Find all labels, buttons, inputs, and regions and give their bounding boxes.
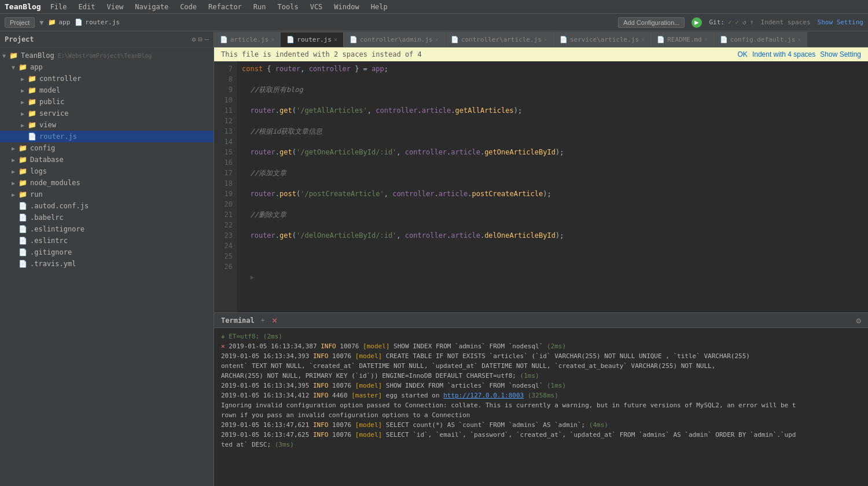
tab-close-controller-article[interactable]: × (544, 36, 547, 43)
tree-label-model: model (39, 86, 60, 94)
tree-item-config[interactable]: ▶ 📁 config (0, 142, 214, 154)
tree-label-logs: logs (30, 167, 47, 175)
add-config-button[interactable]: Add Configuration... (618, 17, 685, 28)
info-ok-button[interactable]: OK (738, 50, 748, 58)
menu-view[interactable]: View (104, 2, 126, 12)
menu-window[interactable]: Window (332, 2, 361, 12)
terminal-title: Terminal (221, 316, 255, 325)
tab-readme[interactable]: 📄 README.md × (651, 32, 714, 47)
tree-item-logs[interactable]: ▶ 📁 logs (0, 165, 214, 177)
tree-item-router-js[interactable]: 📄 router.js (0, 131, 214, 142)
tree-item-gitignore[interactable]: 📄 .gitignore (0, 246, 214, 258)
tree-label-controller: controller (39, 75, 81, 83)
folder-label: app (58, 19, 70, 26)
term-link-url[interactable]: http://127.0.0.1:8003 (443, 392, 524, 399)
run-button[interactable]: ▶ (692, 17, 702, 28)
menu-file[interactable]: File (48, 2, 69, 12)
folder-icon-node-modules: 📁 (19, 179, 28, 187)
tree-item-eslintrc[interactable]: 📄 .eslintrc (0, 235, 214, 246)
tree-item-database[interactable]: ▶ 📁 Database (0, 154, 214, 165)
app-title: TeanBlog (5, 2, 41, 11)
info-show-setting-button[interactable]: Show Setting (820, 50, 861, 58)
term-line-11: ted at` DESC; (3ms) (221, 440, 861, 450)
tree-item-view[interactable]: ▶ 📁 view (0, 119, 214, 131)
code-editor[interactable]: 7 8 9 10 11 12 13 14 15 16 17 18 19 20 2… (214, 61, 868, 312)
tab-close-router[interactable]: × (334, 36, 337, 43)
sidebar: Project ⚙ ⊟ — ▼ 📁 TeanBlog E:\WebstromPr… (0, 31, 214, 486)
show-setting-label[interactable]: Show Setting (818, 19, 863, 26)
git-push[interactable]: ↑ (750, 19, 754, 26)
info-indent-button[interactable]: Indent with 4 spaces (752, 50, 815, 58)
tab-close-admin[interactable]: × (435, 36, 439, 43)
code-content[interactable]: const { router, controller } = app; //获取… (237, 61, 868, 312)
tab-config-default[interactable]: 📄 config.default.js × (714, 32, 808, 47)
term-line-2: 2019-01-05 16:13:34,393 INFO 10076 [mode… (221, 351, 861, 361)
tree-item-app[interactable]: ▼ 📁 app (0, 61, 214, 73)
tree-item-teanblog[interactable]: ▼ 📁 TeanBlog E:\WebstromProject\TeanBlog (0, 50, 214, 61)
tab-article[interactable]: 📄 article.js × (214, 32, 281, 47)
menu-navigate[interactable]: Navigate (133, 2, 171, 12)
tab-label-config-default: config.default.js (730, 36, 796, 43)
term-line-7: Ignoring invalid configuration option pa… (221, 400, 861, 410)
sidebar-collapse-icon[interactable]: ⊟ (198, 35, 203, 43)
menubar: TeanBlog File Edit View Navigate Code Re… (0, 0, 868, 14)
file-icon-router: 📄 (28, 132, 37, 141)
project-button[interactable]: Project (5, 17, 35, 28)
tree-arrow-teanblog: ▼ (2, 53, 9, 59)
tree-label-eslintignore: .eslintignore (30, 225, 84, 233)
tab-close-article[interactable]: × (271, 36, 274, 43)
tree-label-eslintrc: .eslintrc (30, 237, 68, 245)
tab-admin[interactable]: 📄 controller\admin.js × (344, 32, 445, 47)
info-bar-message: This file is indented with 2 spaces inst… (221, 50, 733, 58)
tree-item-travis[interactable]: 📄 .travis.yml (0, 258, 214, 270)
file-tree: ▼ 📁 TeanBlog E:\WebstromProject\TeanBlog… (0, 47, 214, 486)
file-icon-autod: 📄 (19, 202, 28, 210)
folder-icon-teanblog: 📁 (9, 51, 19, 60)
sidebar-close-icon[interactable]: — (205, 35, 209, 43)
tree-label-app: app (30, 63, 43, 71)
tree-label-router-js: router.js (39, 132, 77, 141)
tree-item-babelrc[interactable]: 📄 .babelrc (0, 212, 214, 223)
terminal-content[interactable]: + ET=utf8; (2ms) × 2019-01-05 16:13:34,3… (214, 328, 868, 486)
tab-icon-admin: 📄 (350, 36, 358, 43)
file-icon-travis: 📄 (19, 260, 28, 268)
menu-run[interactable]: Run (251, 2, 269, 12)
tab-controller-article[interactable]: 📄 controller\article.js × (445, 32, 554, 47)
tab-icon-article: 📄 (220, 36, 228, 43)
tab-label-service-article: service\article.js (570, 36, 639, 43)
menu-vcs[interactable]: VCS (308, 2, 325, 12)
menu-code[interactable]: Code (178, 2, 199, 12)
sidebar-settings-icon[interactable]: ⚙ (192, 35, 196, 43)
file-icon-eslintrc: 📄 (19, 237, 28, 245)
tree-item-autod[interactable]: 📄 .autod.conf.js (0, 200, 214, 212)
terminal-settings-icon[interactable]: ⚙ (856, 316, 861, 325)
tree-item-node-modules[interactable]: ▶ 📁 node_modules (0, 177, 214, 189)
tree-item-service[interactable]: ▶ 📁 service (0, 108, 214, 119)
terminal-add-icon[interactable]: ＋ (259, 315, 266, 325)
menu-refactor[interactable]: Refactor (206, 2, 244, 12)
tree-item-model[interactable]: ▶ 📁 model (0, 84, 214, 96)
tab-router[interactable]: 📄 router.js × (281, 32, 344, 47)
file-icon-eslintignore: 📄 (19, 225, 28, 233)
tab-icon-readme: 📄 (657, 36, 665, 43)
tree-item-public[interactable]: ▶ 📁 public (0, 96, 214, 108)
tree-item-controller[interactable]: ▶ 📁 controller (0, 73, 214, 84)
tab-service-article[interactable]: 📄 service\article.js × (554, 32, 651, 47)
term-line-4: ARCHAR(255) NOT NULL, PRIMARY KEY (`id`)… (221, 371, 861, 381)
git-history[interactable]: ↺ (742, 19, 746, 26)
folder-icon-config: 📁 (19, 144, 28, 152)
tree-item-run[interactable]: ▶ 📁 run (0, 189, 214, 200)
terminal-remove-icon[interactable]: × (272, 315, 278, 326)
tab-icon-config-default: 📄 (720, 36, 728, 43)
folder-icon-logs: 📁 (19, 167, 28, 175)
tab-label-readme: README.md (667, 36, 702, 43)
tree-item-eslintignore[interactable]: 📄 .eslintignore (0, 223, 214, 235)
tab-close-readme[interactable]: × (704, 36, 708, 43)
tab-close-service-article[interactable]: × (641, 36, 645, 43)
menu-tools[interactable]: Tools (275, 2, 301, 12)
tab-close-config-default[interactable]: × (797, 36, 801, 43)
menu-help[interactable]: Help (369, 2, 390, 12)
menu-edit[interactable]: Edit (76, 2, 98, 12)
git-check1: ✓ (728, 19, 732, 26)
term-line-utf8: + ET=utf8; (2ms) (221, 332, 861, 341)
